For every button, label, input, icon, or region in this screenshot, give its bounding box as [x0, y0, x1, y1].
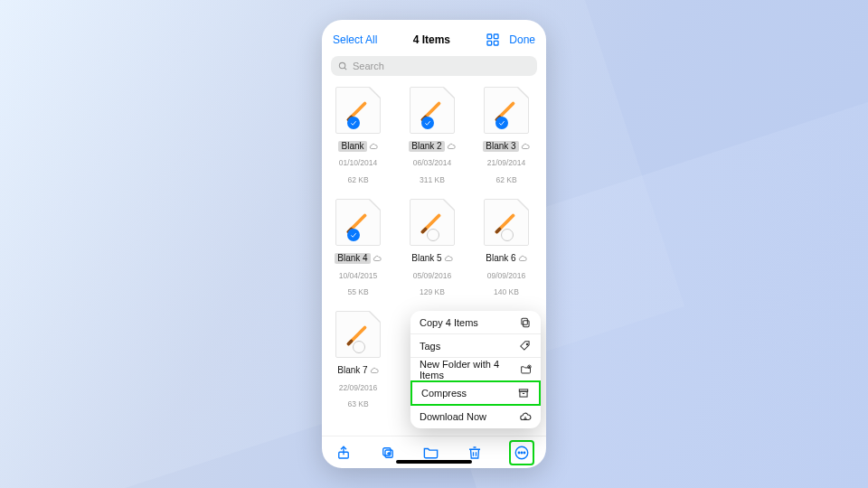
file-item[interactable]: Blank 4 10/04/2015 55 KB [331, 199, 385, 298]
file-name: Blank 5 [411, 253, 452, 264]
menu-item-archive[interactable]: Compress [410, 380, 541, 406]
file-item[interactable]: Blank 3 21/09/2014 62 KB [479, 87, 533, 186]
file-date: 06/03/2014 [413, 158, 452, 167]
menu-item-cloud-down[interactable]: Download Now [410, 405, 541, 428]
svg-point-4 [339, 62, 344, 68]
svg-rect-11 [520, 391, 527, 397]
file-size: 311 KB [420, 175, 445, 184]
svg-point-8 [526, 343, 528, 345]
copy-icon [519, 316, 532, 329]
search-field[interactable]: Search [331, 56, 537, 76]
file-date: 01/10/2014 [339, 158, 378, 167]
file-name: Blank 4 [335, 253, 381, 264]
svg-rect-6 [524, 320, 529, 326]
menu-item-label: Copy 4 Items [420, 317, 478, 328]
delete-button[interactable] [466, 444, 484, 462]
menu-item-label: New Folder with 4 Items [420, 359, 520, 380]
file-item[interactable]: Blank 7 22/09/2016 63 KB [331, 311, 385, 410]
file-name: Blank 7 [337, 365, 378, 376]
view-toggle-icon[interactable] [486, 33, 500, 47]
file-thumbnail [335, 311, 381, 358]
context-menu: Copy 4 Items Tags New Folder with 4 Item… [410, 311, 541, 428]
file-size: 129 KB [420, 287, 445, 296]
file-size: 55 KB [347, 287, 368, 296]
selected-check-icon [347, 229, 360, 241]
search-placeholder: Search [353, 61, 384, 71]
file-item[interactable]: Blank 6 09/09/2016 140 KB [479, 199, 533, 298]
file-size: 140 KB [494, 287, 519, 296]
menu-item-label: Compress [421, 388, 467, 399]
home-indicator [396, 460, 472, 464]
menu-item-label: Tags [420, 341, 440, 352]
iphone-frame: Select All 4 Items Done Search Blank 01 [322, 20, 546, 468]
menu-item-label: Download Now [420, 411, 486, 422]
file-date: 22/09/2016 [339, 383, 378, 392]
file-size: 63 KB [347, 399, 368, 408]
share-button[interactable] [335, 444, 353, 462]
svg-point-17 [521, 452, 523, 454]
file-name: Blank 2 [409, 141, 455, 152]
file-date: 21/09/2014 [487, 158, 526, 167]
file-thumbnail [335, 87, 381, 134]
file-thumbnail [410, 199, 455, 246]
folder-plus-icon [520, 363, 532, 376]
nav-title: 4 Items [413, 33, 450, 46]
svg-rect-7 [522, 318, 527, 324]
selection-ring-icon [353, 341, 365, 353]
file-name: Blank 6 [486, 253, 526, 264]
file-thumbnail [484, 87, 529, 134]
archive-icon [517, 387, 530, 399]
menu-item-copy[interactable]: Copy 4 Items [410, 311, 541, 334]
file-item[interactable]: Blank 01/10/2014 62 KB [331, 87, 385, 186]
nav-bar: Select All 4 Items Done [322, 20, 546, 52]
more-button[interactable] [510, 441, 533, 465]
svg-rect-2 [487, 41, 492, 45]
svg-line-5 [344, 67, 346, 69]
file-size: 62 KB [495, 175, 516, 184]
file-thumbnail [410, 87, 455, 134]
selection-ring-icon [501, 229, 514, 241]
svg-point-18 [524, 452, 525, 454]
move-button[interactable] [422, 444, 440, 462]
file-date: 09/09/2016 [487, 271, 526, 280]
file-name: Blank [338, 141, 377, 152]
file-name: Blank 3 [483, 141, 529, 152]
tag-icon [519, 340, 532, 352]
selected-check-icon [421, 117, 434, 129]
file-item[interactable]: Blank 2 06/03/2014 311 KB [405, 87, 459, 186]
file-date: 05/09/2016 [413, 271, 452, 280]
svg-rect-3 [495, 41, 499, 45]
svg-rect-0 [487, 34, 492, 39]
file-item[interactable]: Blank 5 05/09/2016 129 KB [405, 199, 459, 298]
search-icon [338, 61, 348, 71]
svg-point-16 [518, 452, 520, 454]
selected-check-icon [347, 117, 360, 129]
file-date: 10/04/2015 [339, 271, 378, 280]
file-thumbnail [484, 199, 529, 246]
selection-ring-icon [427, 229, 439, 241]
duplicate-button[interactable] [379, 444, 397, 462]
file-size: 62 KB [347, 175, 368, 184]
svg-rect-1 [495, 34, 499, 39]
done-button[interactable]: Done [509, 33, 535, 46]
menu-item-tag[interactable]: Tags [410, 334, 541, 358]
selected-check-icon [495, 117, 508, 129]
select-all-button[interactable]: Select All [333, 33, 377, 46]
menu-item-folder-plus[interactable]: New Folder with 4 Items [410, 358, 541, 381]
file-thumbnail [335, 199, 381, 246]
cloud-down-icon [519, 410, 532, 423]
